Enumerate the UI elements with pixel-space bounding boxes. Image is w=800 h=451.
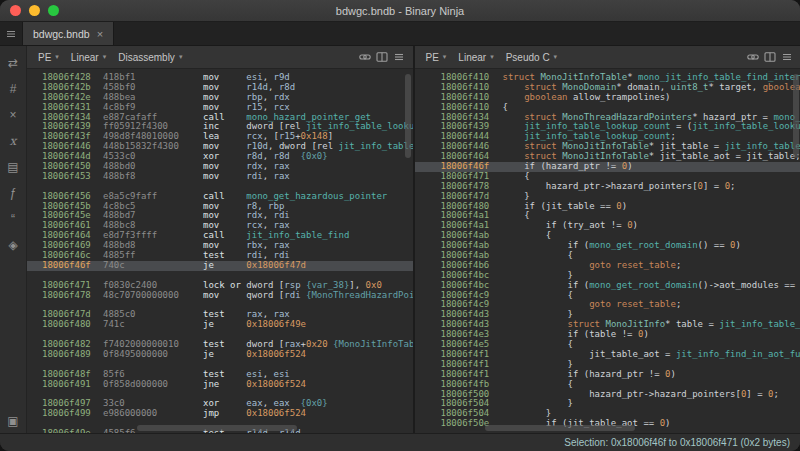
view-mode-dropdown[interactable]: Linear ▾ (66, 50, 111, 65)
chevron-down-icon: ▾ (179, 53, 183, 61)
disassembly-pane-header: PE ▾ Linear ▾ Disassembly ▾ (27, 46, 413, 69)
view-mode-label: Linear (458, 52, 486, 63)
selected-code-line[interactable]: 18006f46f740cje 0x18006f47d (27, 261, 413, 271)
code-line[interactable]: 18006f499e986000000jmp 0x18006f524 (27, 409, 413, 419)
disassembly-vertical-scrollbar[interactable] (405, 74, 411, 158)
strings-icon[interactable]: “ (11, 212, 15, 227)
disassembly-view[interactable]: 18006f428418bf1mov esi, r9d18006f42b458b… (27, 69, 413, 433)
link-icon[interactable] (358, 50, 373, 65)
selection-status: Selection: 0x18006f46f to 0x18006f471 (0… (564, 437, 790, 448)
split-view-icon[interactable] (375, 50, 390, 65)
chevron-down-icon: ▾ (490, 53, 494, 61)
link-icon[interactable] (745, 50, 760, 65)
chevron-down-icon: ▾ (554, 53, 558, 61)
platform-label: PE (426, 52, 439, 63)
stack-view-icon[interactable]: ▤ (7, 160, 18, 175)
split-view-icon[interactable] (762, 50, 777, 65)
pseudo-c-vertical-scrollbar[interactable] (793, 74, 799, 158)
types-icon[interactable]: # (10, 82, 17, 97)
symbols-icon[interactable]: ⇄ (8, 56, 18, 71)
view-menu-icon[interactable] (779, 50, 794, 65)
code-line[interactable]: 18006f47848c70700000000mov qword [rdi {M… (27, 291, 413, 301)
tags-icon[interactable]: ◈ (8, 238, 17, 253)
code-line[interactable]: 18006f4910f858d000000jne 0x18006f524 (27, 380, 413, 390)
zoom-button[interactable] (48, 5, 59, 16)
sidebar-icon-strip: ⇄#×x▤ƒ“◈▣ (0, 46, 27, 433)
view-mode-dropdown[interactable]: Linear ▾ (453, 50, 498, 65)
platform-label: PE (38, 52, 51, 63)
tab-bdwgc[interactable]: bdwgc.bndb × (22, 22, 114, 45)
main-area: ⇄#×x▤ƒ“◈▣ PE ▾ Linear ▾ Disassembly ▾ (0, 46, 800, 433)
title-bar[interactable]: bdwgc.bndb - Binary Ninja (0, 0, 800, 22)
platform-dropdown[interactable]: PE ▾ (421, 50, 452, 65)
il-view-dropdown[interactable]: Disassembly ▾ (113, 50, 187, 65)
disassembly-pane: PE ▾ Linear ▾ Disassembly ▾ (27, 46, 415, 433)
tab-bar: bdwgc.bndb × (0, 22, 800, 46)
disassembly-horizontal-scrollbar[interactable] (137, 425, 297, 431)
chevron-down-icon: ▾ (103, 53, 107, 61)
platform-dropdown[interactable]: PE ▾ (33, 50, 64, 65)
traffic-lights (0, 5, 59, 16)
memory-map-icon[interactable]: ƒ (10, 186, 17, 201)
tab-label: bdwgc.bndb (33, 28, 90, 40)
binary-ninja-window: bdwgc.bndb - Binary Ninja bdwgc.bndb × ⇄… (0, 0, 800, 451)
minimize-button[interactable] (29, 5, 40, 16)
il-view-label: Disassembly (118, 52, 175, 63)
view-menu-icon[interactable] (392, 50, 407, 65)
close-button[interactable] (10, 5, 21, 16)
il-view-dropdown[interactable]: Pseudo C ▾ (501, 50, 562, 65)
pseudo-c-pane: PE ▾ Linear ▾ Pseudo C ▾ (415, 46, 800, 433)
il-view-label: Pseudo C (506, 52, 550, 63)
variables-icon[interactable]: x (10, 134, 17, 149)
view-mode-label: Linear (71, 52, 99, 63)
pseudo-c-pane-header: PE ▾ Linear ▾ Pseudo C ▾ (415, 46, 800, 69)
window-title: bdwgc.bndb - Binary Ninja (0, 5, 800, 17)
code-line[interactable]: 18006f4890f8495000000je 0x18006f524 (27, 350, 413, 360)
find-icon[interactable]: × (9, 108, 16, 123)
tab-close-icon[interactable]: × (97, 28, 103, 40)
console-icon[interactable]: ▣ (0, 414, 26, 429)
status-bar: Selection: 0x18006f46f to 0x18006f471 (0… (0, 433, 800, 451)
pseudo-c-horizontal-scrollbar[interactable] (485, 425, 635, 431)
split-view: PE ▾ Linear ▾ Disassembly ▾ (27, 46, 800, 433)
tab-list-icon[interactable] (0, 22, 22, 45)
pseudo-c-view[interactable]: 18006f410struct MonoJitInfoTable* mono_j… (415, 69, 800, 433)
chevron-down-icon: ▾ (443, 53, 447, 61)
code-line[interactable]: 18006f453488bf8mov rdi, rax (27, 172, 413, 182)
chevron-down-icon: ▾ (55, 53, 59, 61)
code-line[interactable]: 18006f480741cje 0x18006f49e (27, 320, 413, 330)
